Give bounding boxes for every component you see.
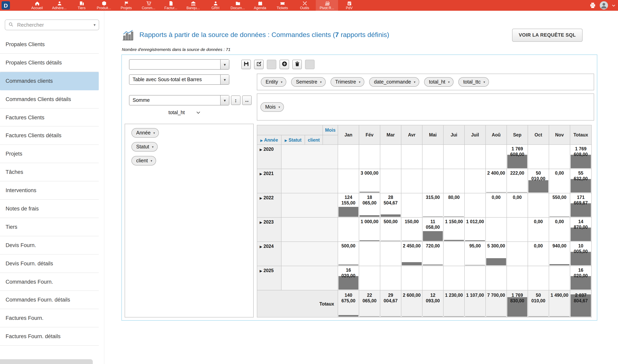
sidebar-item-tiers[interactable]: Tiers — [0, 218, 99, 236]
nav-item-label: Projets — [121, 6, 132, 10]
pivot-cell: 1 107,00 — [465, 290, 486, 317]
nav-item-products[interactable]: Produit... — [93, 0, 115, 11]
nav-item-pivot-reports[interactable]: Pivot R... — [316, 0, 338, 11]
nav-item-commerce[interactable]: Comm... — [137, 0, 160, 11]
print-icon[interactable] — [589, 2, 596, 9]
chevron-down-icon[interactable]: ▾ — [278, 105, 280, 109]
row-attribute-pill-client[interactable]: client▾ — [131, 156, 156, 166]
chevron-down-icon[interactable]: ▾ — [94, 23, 96, 27]
nav-item-agenda[interactable]: Agenda — [249, 0, 271, 11]
sidebar-item-commandes-fourn-d-tails[interactable]: Commandes Fourn. détails — [0, 291, 99, 309]
pivot-row-label[interactable]: ▶ 2022 — [257, 193, 281, 217]
attribute-pill-date_commande[interactable]: date_commande▾ — [369, 77, 419, 87]
nav-item-pos[interactable]: PdV — [338, 0, 360, 11]
pivot-cell — [401, 145, 422, 169]
documents-icon — [235, 1, 240, 6]
sidebar-item-t-ches[interactable]: Tâches — [0, 163, 99, 182]
chevron-down-icon[interactable]: ▾ — [220, 75, 229, 84]
chevron-down-icon[interactable]: ▾ — [483, 80, 485, 84]
chevron-down-icon[interactable]: ▾ — [220, 60, 229, 69]
sidebar-item-notes-de-frais[interactable]: Notes de frais — [0, 200, 99, 218]
attribute-pill-total_ttc[interactable]: total_ttc▾ — [458, 77, 489, 87]
sidebar-item-factures-clients[interactable]: Factures Clients — [0, 108, 99, 127]
chevron-down-icon[interactable]: ▾ — [359, 80, 360, 84]
nav-item-projects[interactable]: Projets — [115, 0, 137, 11]
attribute-pill-trimestre[interactable]: Trimestre▾ — [330, 77, 365, 87]
sidebar-item-commandes-clients-d-tails[interactable]: Commandes Clients détails — [0, 90, 99, 108]
pivot-cell: 55 632,00 — [570, 169, 591, 193]
chevron-down-icon[interactable]: ▾ — [320, 80, 322, 84]
pivot-row-label[interactable]: ▶ 2023 — [257, 217, 281, 242]
aggregator-field-selector[interactable]: total_ht — [167, 109, 254, 116]
attribute-pill-semestre[interactable]: Semestre▾ — [291, 77, 326, 87]
nav-item-tools[interactable]: Outils — [293, 0, 316, 11]
sidebar-item-propales-clients-d-tails[interactable]: Propales Clients détails — [0, 54, 99, 72]
pivot-column-axis-label[interactable]: Mois — [323, 125, 338, 135]
toolbar-empty-button-1 — [267, 60, 276, 69]
delete-report-button[interactable] — [292, 60, 302, 69]
pivot-cell — [465, 145, 486, 169]
sidebar-item-devis-fourn-d-tails[interactable]: Devis Fourn. détails — [0, 254, 99, 273]
move-horizontal-button[interactable]: ↔ — [242, 95, 252, 105]
pivot-cell — [422, 145, 443, 169]
pivot-row-axis-label[interactable]: client — [305, 135, 323, 145]
avatar[interactable] — [600, 1, 608, 10]
nav-item-documents[interactable]: Docum... — [227, 0, 249, 11]
move-vertical-button[interactable]: ↕ — [231, 95, 241, 105]
sidebar-item-factures-fourn[interactable]: Factures Fourn. — [0, 309, 99, 328]
report-selector[interactable]: ▾ — [129, 59, 229, 70]
aggregator-selector[interactable]: Somme ▾ — [129, 95, 229, 105]
nav-item-member[interactable]: Adhére... — [48, 0, 70, 11]
row-attributes-area: Année▾Statut▾client▾ — [125, 124, 254, 317]
chevron-down-icon[interactable]: ▾ — [448, 80, 450, 84]
sidebar-item-devis-fourn[interactable]: Devis Fourn. — [0, 236, 99, 255]
pivot-cell: 1 769 608,00 — [507, 145, 528, 169]
sidebar-item-commandes-fourn[interactable]: Commandes Fourn. — [0, 273, 99, 291]
chevron-down-icon[interactable]: ▾ — [152, 145, 153, 149]
edit-report-button[interactable] — [254, 60, 264, 69]
nav-item-bank[interactable]: Banqu... — [182, 0, 204, 11]
row-attribute-pill-ann-e[interactable]: Année▾ — [131, 128, 159, 138]
chevron-down-icon[interactable] — [612, 3, 616, 7]
pivot-row-label[interactable]: ▶ 2021 — [257, 169, 281, 193]
attribute-pill-entity[interactable]: Entity▾ — [261, 77, 287, 87]
pivot-row-label[interactable]: ▶ 2020 — [257, 145, 281, 169]
chevron-down-icon[interactable]: ▾ — [151, 159, 152, 163]
nav-item-billing[interactable]: Factur... — [160, 0, 182, 11]
nav-item-tickets[interactable]: Tickets — [271, 0, 293, 11]
app-logo[interactable]: D — [1, 1, 10, 10]
sidebar-item-propales-clients[interactable]: Propales Clients — [0, 35, 99, 54]
sidebar-item-commandes-clients[interactable]: Commandes clients — [0, 72, 99, 90]
pivot-row-label[interactable]: ▶ 2025 — [257, 266, 281, 290]
chevron-down-icon[interactable]: ▾ — [414, 80, 415, 84]
pivot-totals-label: Totaux — [257, 290, 338, 317]
row-attribute-pill-statut[interactable]: Statut▾ — [131, 142, 157, 152]
sidebar-item-factures-clients-d-tails[interactable]: Factures Clients détails — [0, 127, 99, 145]
search-combobox[interactable]: ▾ — [5, 19, 99, 30]
save-report-button[interactable] — [241, 60, 251, 69]
add-report-button[interactable] — [279, 60, 289, 69]
nav-item-home[interactable]: Accueil — [26, 0, 48, 11]
renderer-selector[interactable]: Table avec Sous-total et Barres ▾ — [129, 74, 229, 85]
chevron-down-icon[interactable]: ▾ — [153, 131, 155, 135]
chevron-down-icon[interactable]: ▾ — [220, 95, 229, 105]
pivot-row-axis-label[interactable]: ▶ Statut — [281, 135, 305, 145]
sidebar-item-interventions[interactable]: Interventions — [0, 182, 99, 200]
sidebar-item-projets[interactable]: Projets — [0, 145, 99, 163]
search-icon — [8, 21, 14, 28]
nav-item-third-parties[interactable]: Tiers — [70, 0, 93, 11]
pivot-cell — [359, 266, 380, 290]
pivot-row-axis-label[interactable]: ▶ Année — [257, 135, 281, 145]
search-input[interactable] — [16, 22, 94, 28]
pivot-cell — [380, 169, 401, 193]
column-attribute-pill-mois[interactable]: Mois▾ — [261, 102, 284, 112]
sidebar-item-factures-fourn-d-tails[interactable]: Factures Fourn. détails — [0, 328, 99, 346]
nav-item-label: Pivot R... — [319, 6, 334, 10]
view-sql-button[interactable]: VOIR LA REQUÊTE SQL — [512, 28, 583, 41]
attribute-pill-total_ht[interactable]: total_ht▾ — [424, 77, 454, 87]
pivot-cell — [465, 266, 486, 290]
nav-item-hrm[interactable]: GRH — [204, 0, 227, 11]
chevron-down-icon[interactable]: ▾ — [281, 80, 283, 84]
third-parties-icon — [79, 1, 84, 6]
pivot-row-label[interactable]: ▶ 2024 — [257, 242, 281, 266]
